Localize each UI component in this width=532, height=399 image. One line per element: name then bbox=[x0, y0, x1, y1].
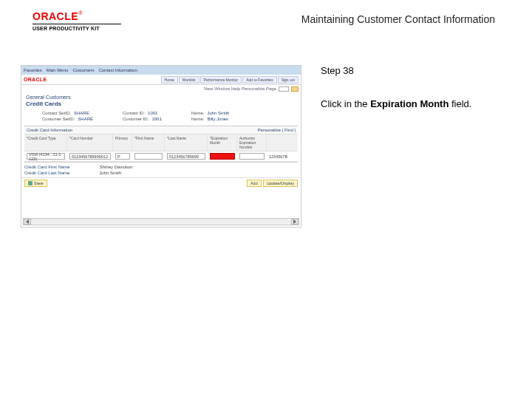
meta-rows: Credit Card First NameShirley Davidson C… bbox=[21, 163, 301, 177]
instruction-panel: Step 38 Click in the Expiration Month fi… bbox=[301, 65, 508, 111]
nav-tabs: Home Worklist Performance Monitor Add to… bbox=[161, 76, 299, 83]
go-button[interactable] bbox=[291, 86, 299, 92]
card-number-input[interactable]: 0123456789999012 bbox=[69, 153, 111, 160]
instruction-text: Click in the Expiration Month field. bbox=[321, 98, 508, 111]
disk-icon bbox=[28, 181, 33, 185]
content-row: Favorites Main Menu Customers Contact In… bbox=[0, 37, 532, 228]
credit-card-section: Credit Card Information Personalize | Fi… bbox=[24, 126, 298, 163]
meta-label: Credit Card Last Name bbox=[24, 171, 69, 175]
card-type-input[interactable]: VISA (4234...11-1-123) bbox=[27, 153, 65, 160]
screenshot-footer: Save Add Update/Display bbox=[21, 177, 301, 188]
search-mini-input[interactable] bbox=[279, 86, 289, 92]
tab-worklist[interactable]: Worklist bbox=[179, 76, 200, 83]
instruction-suffix: field. bbox=[449, 98, 471, 109]
breadcrumb-item[interactable]: Customers bbox=[72, 68, 94, 72]
brand-block: ORACLE® USER PRODUCTIVITY KIT bbox=[33, 10, 121, 31]
table-row: VISA (4234...11-1-123) 0123456789999012 … bbox=[24, 151, 298, 162]
doc-header: ORACLE® USER PRODUCTIVITY KIT Maintainin… bbox=[0, 0, 532, 37]
col-primary: Primary bbox=[113, 134, 132, 151]
breadcrumb-item[interactable]: Contact Information bbox=[98, 68, 137, 72]
label: Name: bbox=[191, 117, 205, 121]
tab-signout[interactable]: Sign out bbox=[278, 76, 299, 83]
expiration-month-input[interactable] bbox=[210, 153, 235, 160]
auth-exp-input[interactable] bbox=[239, 153, 265, 160]
label: Contact SetID: bbox=[42, 111, 71, 115]
save-button[interactable]: Save bbox=[24, 180, 47, 187]
trademark-icon: ® bbox=[78, 10, 82, 16]
breadcrumb-bar: Favorites Main Menu Customers Contact In… bbox=[21, 66, 301, 75]
page-title: Maintaining Customer Contact Information bbox=[301, 10, 517, 25]
last-name-input[interactable]: 0123456789999 bbox=[167, 153, 205, 160]
app-nav: ORACLE Home Worklist Performance Monitor… bbox=[21, 75, 301, 85]
horizontal-scrollbar[interactable] bbox=[23, 218, 299, 225]
label: Customer ID: bbox=[123, 117, 149, 121]
oracle-mini-logo: ORACLE bbox=[24, 77, 47, 82]
page-heading: General Customers bbox=[21, 92, 301, 100]
sub-links[interactable]: New Window Help Personalize Page bbox=[204, 86, 276, 91]
instruction-prefix: Click in the bbox=[321, 98, 370, 109]
table-header: *Credit Card Type *Card Number Primary *… bbox=[24, 134, 298, 151]
col-auth-expiration: Authorize Expiration Number bbox=[237, 134, 267, 151]
page-subheading: Credit Cards bbox=[21, 100, 301, 109]
meta-value: John Smith bbox=[99, 171, 121, 175]
col-expiration-month: *Expiration Month bbox=[208, 134, 237, 151]
add-button[interactable]: Add bbox=[247, 180, 262, 187]
label: Customer SetID: bbox=[42, 117, 75, 121]
scroll-right-icon[interactable] bbox=[291, 219, 299, 225]
tab-home[interactable]: Home bbox=[161, 76, 178, 83]
col-card-type: *Credit Card Type bbox=[24, 134, 67, 151]
value: SHARE bbox=[74, 111, 89, 115]
tab-favorites[interactable]: Add to Favorites bbox=[242, 76, 276, 83]
label: Name: bbox=[191, 111, 205, 115]
value: Billy Jones bbox=[207, 117, 228, 121]
scroll-left-icon[interactable] bbox=[24, 219, 31, 225]
col-last-name: *Last Name bbox=[165, 134, 208, 151]
meta-label: Credit Card First Name bbox=[24, 165, 70, 169]
value: 1001 bbox=[148, 111, 157, 115]
meta-value: Shirley Davidson bbox=[100, 165, 133, 169]
col-card-number: *Card Number bbox=[67, 134, 113, 151]
primary-input[interactable]: P bbox=[115, 153, 130, 160]
col-first-name: *First Name bbox=[132, 134, 165, 151]
product-name: USER PRODUCTIVITY KIT bbox=[33, 24, 121, 31]
info-block: Contact SetID:SHARE Customer SetID:SHARE… bbox=[21, 109, 301, 123]
row-suffix: 1234567B bbox=[269, 154, 287, 159]
value: 1001 bbox=[151, 117, 161, 121]
first-name-input[interactable] bbox=[134, 153, 163, 160]
oracle-wordmark: ORACLE bbox=[33, 10, 78, 22]
breadcrumb-item[interactable]: Favorites bbox=[24, 68, 42, 72]
value: SHARE bbox=[78, 117, 93, 121]
tab-performance[interactable]: Performance Monitor bbox=[200, 76, 242, 83]
section-actions[interactable]: Personalize | Find | bbox=[258, 128, 296, 132]
instruction-field-name: Expiration Month bbox=[370, 98, 449, 109]
oracle-logo: ORACLE® bbox=[33, 10, 121, 22]
section-title: Credit Card Information bbox=[27, 128, 72, 132]
update-display-button[interactable]: Update/Display bbox=[263, 180, 298, 187]
step-number: Step 38 bbox=[321, 65, 508, 76]
label: Contact ID: bbox=[123, 111, 145, 115]
sub-bar: New Window Help Personalize Page bbox=[21, 85, 301, 92]
value: John Smith bbox=[207, 111, 229, 115]
breadcrumb-item[interactable]: Main Menu bbox=[47, 68, 69, 72]
app-screenshot: Favorites Main Menu Customers Contact In… bbox=[21, 65, 301, 228]
